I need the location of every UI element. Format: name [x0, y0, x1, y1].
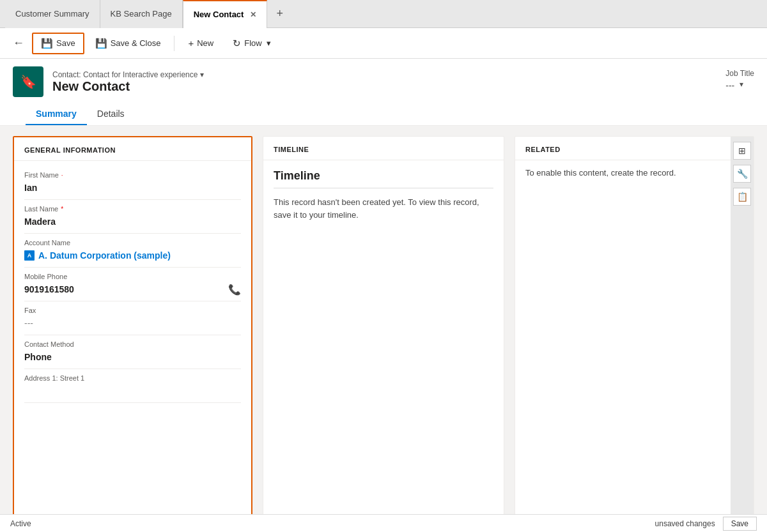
timeline-description: This record hasn't been created yet. To … — [263, 188, 504, 229]
first-name-value[interactable]: Ian — [24, 181, 241, 194]
tab-summary[interactable]: Summary — [26, 103, 87, 125]
tab-customer-summary[interactable]: Customer Summary — [5, 0, 100, 28]
account-name-label: Account Name — [24, 239, 70, 247]
related-panel: RELATED To enable this content, create t… — [515, 136, 754, 520]
related-sidebar-btn-2[interactable]: 🔧 — [733, 165, 751, 183]
flow-chevron-icon: ▾ — [267, 38, 271, 48]
address-street-label: Address 1: Street 1 — [24, 374, 84, 382]
record-title: New Contact — [52, 79, 204, 94]
record-subtitle[interactable]: Contact: Contact for Interactive experie… — [52, 70, 204, 79]
tab-kb-search-label: KB Search Page — [111, 9, 172, 19]
timeline-panel: TIMELINE Timeline This record hasn't bee… — [263, 136, 504, 520]
field-address-street: Address 1: Street 1 — [24, 369, 241, 403]
timeline-section-header: TIMELINE — [263, 137, 504, 160]
tab-customer-summary-label: Customer Summary — [15, 9, 89, 19]
job-title-value: --- — [725, 80, 734, 91]
related-sidebar-btn-1[interactable]: ⊞ — [733, 142, 751, 160]
fax-value[interactable]: --- — [24, 317, 241, 330]
field-fax: Fax --- — [24, 301, 241, 335]
add-tab-button[interactable]: + — [271, 7, 288, 20]
field-mobile-phone: Mobile Phone 9019161580 📞 — [24, 268, 241, 301]
mobile-phone-label: Mobile Phone — [24, 273, 67, 280]
flow-icon: ↻ — [233, 38, 241, 49]
close-tab-icon[interactable]: ✕ — [250, 10, 256, 19]
related-sidebar-btn-3[interactable]: 📋 — [733, 188, 751, 206]
account-icon: A — [24, 250, 35, 261]
new-label: New — [197, 38, 213, 48]
save-button[interactable]: 💾 Save — [32, 33, 84, 54]
related-sidebar: ⊞ 🔧 📋 — [731, 137, 754, 519]
status-bar: Active unsaved changes Save — [0, 514, 767, 530]
tab-new-contact-label: New Contact — [194, 10, 244, 19]
last-name-value[interactable]: Madera — [24, 215, 241, 228]
general-information-panel: GENERAL INFORMATION First Name · Ian Las… — [13, 136, 252, 520]
main-content: GENERAL INFORMATION First Name · Ian Las… — [0, 126, 767, 530]
related-section-header: RELATED — [515, 137, 754, 160]
field-first-name: First Name · Ian — [24, 166, 241, 200]
subtitle-chevron-icon: ▾ — [200, 70, 204, 79]
avatar: 🔖 — [13, 66, 43, 97]
job-title-label: Job Title — [725, 69, 754, 78]
field-contact-method: Contact Method Phone — [24, 335, 241, 369]
field-last-name: Last Name * Madera — [24, 200, 241, 234]
toolbar: ← 💾 Save 💾 Save & Close + New ↻ Flow ▾ — [0, 28, 767, 59]
first-name-optional: · — [61, 172, 63, 179]
first-name-label: First Name — [24, 171, 59, 179]
last-name-label: Last Name — [24, 205, 58, 213]
mobile-phone-value[interactable]: 9019161580 — [24, 283, 74, 296]
avatar-icon: 🔖 — [20, 74, 36, 89]
general-information-header: GENERAL INFORMATION — [14, 137, 251, 161]
last-name-required: * — [61, 206, 63, 213]
flow-label: Flow — [244, 38, 261, 48]
phone-icon[interactable]: 📞 — [228, 284, 241, 296]
new-button[interactable]: + New — [180, 33, 222, 53]
unsaved-changes-label: unsaved changes — [655, 519, 715, 528]
tab-details[interactable]: Details — [87, 103, 135, 125]
tab-kb-search[interactable]: KB Search Page — [100, 0, 183, 28]
related-description: To enable this content, create the recor… — [515, 160, 754, 185]
subtitle-text: Contact: Contact for Interactive experie… — [52, 70, 198, 79]
job-title-chevron-icon[interactable]: ▾ — [740, 80, 743, 89]
save-close-button[interactable]: 💾 Save & Close — [87, 33, 169, 54]
flow-button[interactable]: ↻ Flow ▾ — [224, 33, 279, 54]
timeline-title: Timeline — [263, 160, 504, 188]
toolbar-divider — [174, 36, 174, 51]
fax-label: Fax — [24, 307, 36, 314]
status-save-button[interactable]: Save — [723, 517, 757, 531]
record-header: 🔖 Contact: Contact for Interactive exper… — [0, 59, 767, 126]
save-label: Save — [56, 38, 75, 48]
tab-bar: Customer Summary KB Search Page New Cont… — [0, 0, 767, 28]
account-name-value[interactable]: A A. Datum Corporation (sample) — [24, 249, 241, 262]
save-close-icon: 💾 — [95, 38, 107, 49]
field-account-name: Account Name A A. Datum Corporation (sam… — [24, 234, 241, 268]
status-label: Active — [10, 519, 31, 528]
save-close-label: Save & Close — [111, 38, 161, 48]
contact-method-label: Contact Method — [24, 340, 74, 348]
new-icon: + — [188, 38, 194, 49]
save-icon: 💾 — [41, 38, 53, 49]
field-group: First Name · Ian Last Name * Madera Acco… — [14, 161, 251, 408]
tab-new-contact[interactable]: New Contact ✕ — [183, 0, 268, 28]
content-tabs: Summary Details — [13, 103, 754, 125]
back-button[interactable]: ← — [8, 34, 29, 52]
address-street-value[interactable] — [24, 384, 241, 397]
contact-method-value[interactable]: Phone — [24, 351, 241, 363]
